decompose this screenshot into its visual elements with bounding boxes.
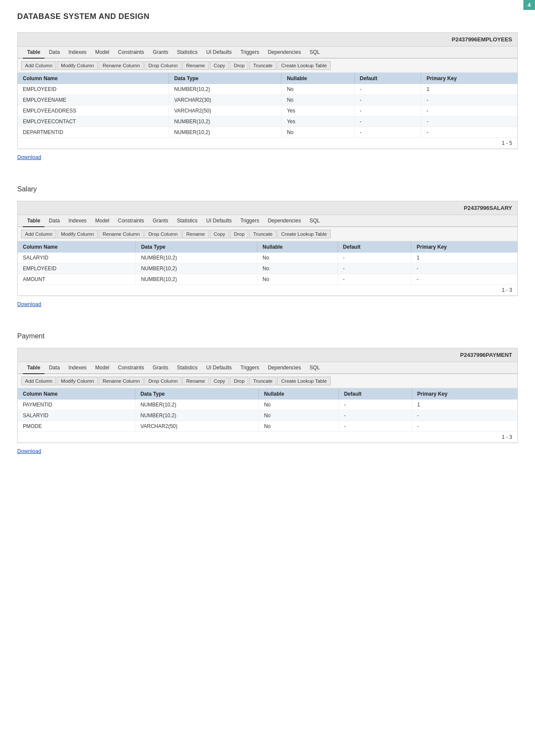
- col-header-primary-key: Primary Key: [421, 73, 517, 84]
- data-table-employees: Column NameData TypeNullableDefaultPrima…: [18, 73, 517, 149]
- table-cell: NUMBER(10,2): [169, 84, 281, 95]
- col-header-default: Default: [354, 73, 421, 84]
- tab-payment-sql[interactable]: SQL: [305, 362, 324, 374]
- table-cell: EMPLOYEEID: [18, 84, 169, 95]
- toolbar-btn-payment-rename-column[interactable]: Rename Column: [99, 377, 144, 385]
- tab-salary-statistics[interactable]: Statistics: [172, 215, 202, 227]
- toolbar-payment: Add ColumnModify ColumnRename ColumnDrop…: [18, 374, 517, 388]
- tab-salary-dependencies[interactable]: Dependencies: [263, 215, 305, 227]
- tab-salary-data[interactable]: Data: [44, 215, 64, 227]
- toolbar-btn-employees-drop[interactable]: Drop: [230, 61, 248, 70]
- tab-salary-ui-defaults[interactable]: UI Defaults: [202, 215, 236, 227]
- table-cell: -: [354, 106, 421, 116]
- table-cell: No: [257, 253, 338, 263]
- col-header-nullable: Nullable: [259, 388, 338, 400]
- table-cell: EMPLOYEEADDRESS: [18, 106, 169, 116]
- table-row: PAYMENTIDNUMBER(10,2)No-1: [18, 400, 517, 410]
- toolbar-btn-employees-drop-column[interactable]: Drop Column: [144, 61, 181, 70]
- toolbar-btn-salary-modify-column[interactable]: Modify Column: [57, 230, 98, 238]
- tab-payment-triggers[interactable]: Triggers: [236, 362, 264, 374]
- panel-header-salary: P2437996SALARY: [18, 201, 517, 215]
- tab-employees-statistics[interactable]: Statistics: [172, 47, 202, 59]
- toolbar-btn-salary-rename-column[interactable]: Rename Column: [99, 230, 144, 238]
- tab-payment-indexes[interactable]: Indexes: [64, 362, 91, 374]
- table-cell: -: [338, 253, 411, 263]
- toolbar-btn-employees-create-lookup-table[interactable]: Create Lookup Table: [277, 61, 331, 70]
- toolbar-btn-payment-copy[interactable]: Copy: [210, 377, 229, 385]
- tab-employees-constraints[interactable]: Constraints: [114, 47, 149, 59]
- toolbar-btn-payment-drop-column[interactable]: Drop Column: [144, 377, 181, 385]
- table-cell: NUMBER(10,2): [135, 400, 259, 410]
- data-table-payment: Column NameData TypeNullableDefaultPrima…: [18, 388, 517, 443]
- toolbar-btn-employees-rename-column[interactable]: Rename Column: [99, 61, 144, 70]
- tab-row-salary: TableDataIndexesModelConstraintsGrantsSt…: [18, 215, 517, 227]
- table-cell: No: [259, 410, 338, 421]
- col-header-column-name: Column Name: [18, 241, 136, 253]
- tab-salary-grants[interactable]: Grants: [148, 215, 172, 227]
- toolbar-btn-salary-copy[interactable]: Copy: [210, 230, 229, 238]
- tab-salary-indexes[interactable]: Indexes: [64, 215, 91, 227]
- tab-payment-constraints[interactable]: Constraints: [114, 362, 149, 374]
- col-header-data-type: Data Type: [135, 388, 259, 400]
- toolbar-btn-employees-copy[interactable]: Copy: [210, 61, 229, 70]
- tab-employees-indexes[interactable]: Indexes: [64, 47, 91, 59]
- download-link-payment[interactable]: Download: [17, 448, 41, 454]
- col-header-data-type: Data Type: [136, 241, 257, 253]
- table-cell: Yes: [282, 116, 354, 127]
- panel-salary: P2437996SALARYTableDataIndexesModelConst…: [17, 201, 518, 296]
- toolbar-btn-payment-create-lookup-table[interactable]: Create Lookup Table: [277, 377, 331, 385]
- toolbar-btn-employees-modify-column[interactable]: Modify Column: [57, 61, 98, 70]
- download-link-employees[interactable]: Download: [17, 154, 41, 160]
- pagination-row: 1 - 3: [18, 432, 517, 443]
- toolbar-btn-payment-drop[interactable]: Drop: [230, 377, 248, 385]
- toolbar-btn-salary-add-column[interactable]: Add Column: [21, 230, 56, 238]
- tab-salary-constraints[interactable]: Constraints: [114, 215, 149, 227]
- table-cell: EMPLOYEECONTACT: [18, 116, 169, 127]
- tab-employees-data[interactable]: Data: [44, 47, 64, 59]
- table-cell: -: [421, 127, 517, 138]
- tab-employees-sql[interactable]: SQL: [305, 47, 324, 59]
- table-cell: Yes: [282, 106, 354, 116]
- col-header-data-type: Data Type: [169, 73, 281, 84]
- toolbar-btn-payment-modify-column[interactable]: Modify Column: [57, 377, 98, 385]
- tab-payment-data[interactable]: Data: [44, 362, 64, 374]
- tab-salary-sql[interactable]: SQL: [305, 215, 324, 227]
- table-cell: EMPLOYEEID: [18, 263, 136, 274]
- tab-payment-table[interactable]: Table: [23, 362, 44, 374]
- toolbar-btn-payment-truncate[interactable]: Truncate: [249, 377, 276, 385]
- toolbar-btn-employees-truncate[interactable]: Truncate: [249, 61, 276, 70]
- toolbar-btn-employees-add-column[interactable]: Add Column: [21, 61, 56, 70]
- tab-payment-statistics[interactable]: Statistics: [172, 362, 202, 374]
- tab-employees-grants[interactable]: Grants: [148, 47, 172, 59]
- tab-salary-table[interactable]: Table: [23, 215, 44, 227]
- tab-salary-triggers[interactable]: Triggers: [236, 215, 264, 227]
- tab-employees-dependencies[interactable]: Dependencies: [263, 47, 305, 59]
- pagination-employees: 1 - 5: [18, 138, 517, 149]
- toolbar-btn-salary-create-lookup-table[interactable]: Create Lookup Table: [277, 230, 331, 238]
- toolbar-btn-salary-drop[interactable]: Drop: [230, 230, 248, 238]
- toolbar-btn-salary-drop-column[interactable]: Drop Column: [144, 230, 181, 238]
- tab-payment-model[interactable]: Model: [91, 362, 114, 374]
- tab-employees-table[interactable]: Table: [23, 47, 44, 59]
- table-cell: DEPARTMENTID: [18, 127, 169, 138]
- toolbar-btn-payment-add-column[interactable]: Add Column: [21, 377, 56, 385]
- table-cell: NUMBER(10,2): [136, 274, 257, 285]
- tab-employees-triggers[interactable]: Triggers: [236, 47, 264, 59]
- tab-employees-ui-defaults[interactable]: UI Defaults: [202, 47, 236, 59]
- tab-employees-model[interactable]: Model: [91, 47, 114, 59]
- panel-header-employees: P2437996EMPLOYEES: [18, 33, 517, 47]
- tab-payment-dependencies[interactable]: Dependencies: [263, 362, 305, 374]
- tab-payment-ui-defaults[interactable]: UI Defaults: [202, 362, 236, 374]
- toolbar-btn-salary-truncate[interactable]: Truncate: [249, 230, 276, 238]
- toolbar-btn-salary-rename[interactable]: Rename: [182, 230, 209, 238]
- tab-payment-grants[interactable]: Grants: [148, 362, 172, 374]
- toolbar-btn-employees-rename[interactable]: Rename: [182, 61, 209, 70]
- table-cell: SALARYID: [18, 410, 135, 421]
- table-cell: -: [354, 127, 421, 138]
- col-header-nullable: Nullable: [282, 73, 354, 84]
- tab-salary-model[interactable]: Model: [91, 215, 114, 227]
- pagination-salary: 1 - 3: [18, 285, 517, 296]
- toolbar-btn-payment-rename[interactable]: Rename: [182, 377, 209, 385]
- table-row: DEPARTMENTIDNUMBER(10,2)No--: [18, 127, 517, 138]
- download-link-salary[interactable]: Download: [17, 301, 41, 307]
